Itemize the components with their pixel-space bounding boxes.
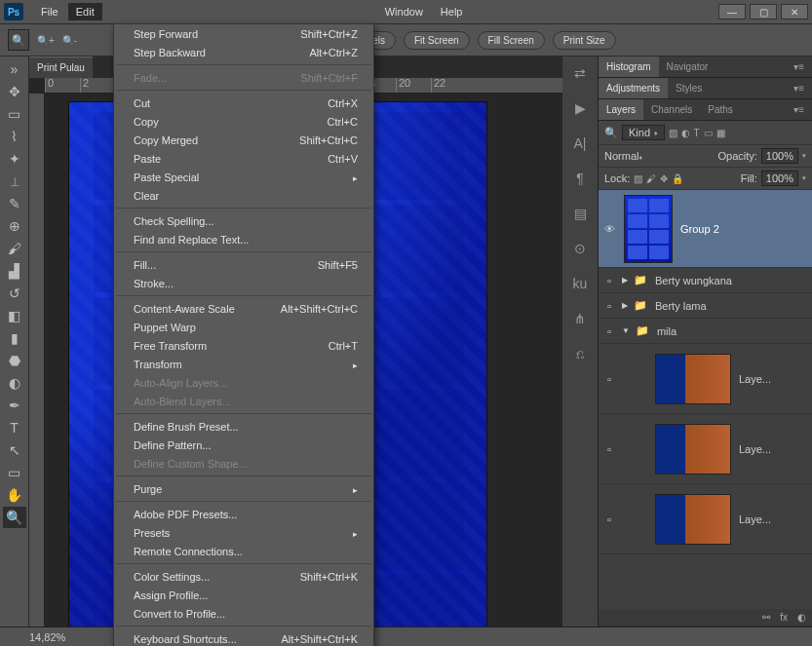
tab-layers[interactable]: Layers (599, 99, 643, 120)
mask-icon[interactable]: ◐ (797, 612, 806, 623)
panel-menu-icon[interactable]: ▾≡ (786, 99, 812, 120)
menu-item-define-brush-preset[interactable]: Define Brush Preset... (114, 417, 373, 436)
zoom-tool[interactable]: 🔍 (3, 507, 26, 528)
filter-pixel-icon[interactable]: ▧ (669, 128, 677, 138)
heal-tool[interactable]: ⊕ (3, 215, 26, 237)
opacity-input[interactable]: 100% (761, 148, 798, 164)
menu-window[interactable]: Window (377, 3, 431, 20)
fill-input[interactable]: 100% (761, 171, 798, 186)
visibility-toggle[interactable]: ▫ (599, 275, 620, 286)
menu-item-transform[interactable]: Transform (114, 355, 373, 373)
menu-item-puppet-warp[interactable]: Puppet Warp (114, 318, 373, 336)
close-button[interactable]: ✕ (781, 4, 808, 19)
type-tool[interactable]: T (3, 417, 26, 438)
fill-screen-button[interactable]: Fill Screen (478, 31, 545, 50)
lock-transparent-icon[interactable]: ▨ (634, 173, 642, 184)
blur-tool[interactable]: ⬣ (3, 350, 26, 371)
menu-item-step-backward[interactable]: Step BackwardAlt+Ctrl+Z (114, 43, 373, 61)
character-icon[interactable]: A| (569, 133, 591, 154)
menu-item-clear[interactable]: Clear (114, 186, 373, 205)
menu-item-remote-connections[interactable]: Remote Connections... (114, 542, 373, 560)
connect-icon[interactable]: ⋔ (569, 308, 591, 329)
visibility-toggle[interactable]: ▫ (599, 300, 620, 312)
visibility-toggle[interactable]: ▫ (599, 373, 620, 385)
feed-icon[interactable]: ⎌ (569, 343, 591, 364)
document-tab[interactable]: Print Pulau (29, 57, 93, 78)
visibility-toggle[interactable]: 👁 (599, 223, 620, 235)
menu-item-adobe-pdf-presets[interactable]: Adobe PDF Presets... (114, 505, 373, 523)
maximize-button[interactable]: ▢ (750, 4, 777, 19)
menu-item-paste[interactable]: PasteCtrl+V (114, 149, 373, 168)
tab-paths[interactable]: Paths (700, 99, 741, 120)
wand-tool[interactable]: ✦ (3, 148, 26, 170)
fx-icon[interactable]: fx (780, 612, 788, 623)
move-tool[interactable]: ✥ (3, 81, 26, 102)
tab-adjustments[interactable]: Adjustments (599, 78, 668, 98)
dodge-tool[interactable]: ◐ (3, 372, 26, 394)
lasso-tool[interactable]: ⌇ (3, 126, 26, 147)
kind-select[interactable]: Kind♦ (622, 125, 665, 140)
panel-menu-icon[interactable]: ▾≡ (786, 57, 812, 77)
menu-item-content-aware-scale[interactable]: Content-Aware ScaleAlt+Shift+Ctrl+C (114, 299, 373, 318)
menu-item-copy[interactable]: CopyCtrl+C (114, 112, 373, 131)
lock-position-icon[interactable]: ✥ (660, 173, 668, 184)
menu-edit[interactable]: Edit (68, 3, 102, 20)
menu-item-keyboard-shortcuts[interactable]: Keyboard Shortcuts...Alt+Shift+Ctrl+K (114, 629, 373, 646)
expand-icon[interactable]: ▶ (622, 276, 628, 285)
menu-item-assign-profile[interactable]: Assign Profile... (114, 586, 373, 604)
tab-navigator[interactable]: Navigator (659, 57, 716, 77)
layer-folder-berty-wungkana[interactable]: ▫ ▶ 📁 Berty wungkana (599, 268, 812, 293)
menu-item-step-forward[interactable]: Step ForwardShift+Ctrl+Z (114, 24, 373, 43)
lock-pixels-icon[interactable]: 🖌 (646, 173, 656, 184)
crop-tool[interactable]: ⟂ (3, 171, 26, 192)
shape-tool[interactable]: ▭ (3, 462, 26, 483)
print-size-button[interactable]: Print Size (553, 31, 616, 50)
menu-help[interactable]: Help (433, 3, 471, 20)
menu-item-find-and-replace-text[interactable]: Find and Replace Text... (114, 230, 373, 248)
menu-item-color-settings[interactable]: Color Settings...Shift+Ctrl+K (114, 567, 373, 586)
kuler-icon[interactable]: ku (569, 273, 591, 294)
reverse-icon[interactable]: ⇄ (569, 62, 591, 84)
menu-item-fill[interactable]: Fill...Shift+F5 (114, 255, 373, 274)
filter-shape-icon[interactable]: ▭ (704, 128, 713, 138)
layer-thumb-1[interactable]: ▫ Laye... (599, 344, 812, 414)
link-layers-icon[interactable]: ⚯ (762, 612, 770, 623)
expand-icon[interactable]: ▶ (622, 301, 628, 310)
collapse-icon[interactable]: ▼ (622, 326, 630, 335)
blend-mode-select[interactable]: Normal♦ (604, 150, 715, 162)
pen-tool[interactable]: ✒ (3, 395, 26, 416)
layer-group2[interactable]: 👁 Group 2 (599, 190, 812, 268)
menu-item-free-transform[interactable]: Free TransformCtrl+T (114, 336, 373, 355)
menu-item-cut[interactable]: CutCtrl+X (114, 94, 373, 112)
filter-smart-icon[interactable]: ▦ (716, 128, 725, 138)
menu-item-purge[interactable]: Purge (114, 479, 373, 498)
path-tool[interactable]: ↖ (3, 439, 26, 461)
layer-thumb-2[interactable]: ▫ Laye... (599, 414, 812, 484)
layer-folder-berty-lama[interactable]: ▫ ▶ 📁 Berty lama (599, 293, 812, 319)
zoom-in-icon[interactable]: 🔍+ (37, 35, 55, 46)
zoom-level[interactable]: 14,82% (29, 631, 65, 643)
timeline-icon[interactable]: ⊙ (569, 238, 591, 259)
menu-item-stroke[interactable]: Stroke... (114, 274, 373, 292)
tab-histogram[interactable]: Histogram (599, 57, 659, 77)
menu-file[interactable]: File (33, 3, 66, 20)
marquee-tool[interactable]: ▭ (3, 103, 26, 125)
eraser-tool[interactable]: ◧ (3, 305, 26, 326)
stamp-tool[interactable]: ▟ (3, 260, 26, 282)
zoom-tool-icon[interactable]: 🔍 (8, 29, 29, 51)
brush-tool[interactable]: 🖌 (3, 238, 26, 259)
tab-channels[interactable]: Channels (643, 99, 700, 120)
menu-item-paste-special[interactable]: Paste Special (114, 168, 373, 186)
zoom-out-icon[interactable]: 🔍- (62, 35, 77, 46)
paragraph-icon[interactable]: ¶ (569, 168, 591, 189)
layer-thumb-3[interactable]: ▫ Laye... (599, 484, 812, 554)
menu-item-check-spelling[interactable]: Check Spelling... (114, 211, 373, 230)
menu-item-convert-to-profile[interactable]: Convert to Profile... (114, 604, 373, 623)
tab-styles[interactable]: Styles (668, 78, 710, 98)
gradient-tool[interactable]: ▮ (3, 327, 26, 349)
play-icon[interactable]: ▶ (569, 97, 591, 119)
panel-menu-icon[interactable]: ▾≡ (786, 78, 812, 98)
lock-all-icon[interactable]: 🔒 (672, 173, 683, 184)
menu-item-presets[interactable]: Presets (114, 523, 373, 542)
doubletri-icon[interactable]: » (3, 58, 26, 80)
